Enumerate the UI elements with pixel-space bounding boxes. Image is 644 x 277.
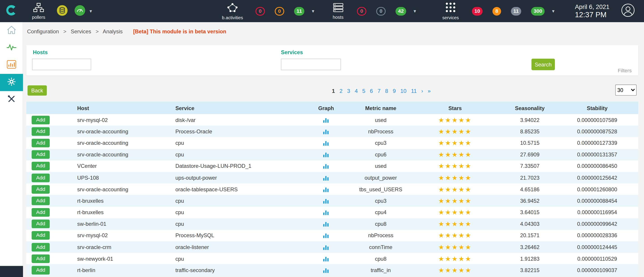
status-badge-red[interactable]: 0 <box>357 7 366 15</box>
header-host: Host <box>77 105 175 111</box>
hosts-icon <box>333 3 343 14</box>
topbar-pollers-item[interactable]: pollers <box>28 3 49 19</box>
ba-chevron-down-icon[interactable]: ▾ <box>312 9 314 14</box>
breadcrumb-services[interactable]: Services <box>71 28 91 35</box>
page-link-4[interactable]: 4 <box>355 88 358 94</box>
add-button[interactable]: Add <box>32 266 50 275</box>
breadcrumb-configuration[interactable]: Configuration <box>27 28 59 35</box>
graph-icon[interactable] <box>323 221 330 227</box>
centreon-logo-icon <box>5 4 18 18</box>
cell-host: srv-mysql-02 <box>77 233 175 239</box>
page-link-3[interactable]: 3 <box>347 88 350 94</box>
add-button[interactable]: Add <box>32 243 50 252</box>
add-button[interactable]: Add <box>32 185 50 194</box>
next-page-link[interactable]: › <box>421 88 423 94</box>
page-link-11[interactable]: 11 <box>411 88 417 94</box>
cell-seasonality: 3.26462 <box>504 244 556 250</box>
services-filter-input[interactable] <box>281 59 341 70</box>
page-link-2[interactable]: 2 <box>340 88 342 94</box>
sidebar-item-configuration[interactable] <box>0 74 23 91</box>
cell-seasonality: 10.5715 <box>504 140 556 146</box>
graph-icon[interactable] <box>323 233 330 239</box>
graph-icon[interactable] <box>323 151 330 158</box>
filters-toggle[interactable]: Filters <box>618 68 632 74</box>
sidebar-item-home[interactable] <box>0 22 23 39</box>
centreon-logo[interactable] <box>0 0 23 22</box>
add-button[interactable]: Add <box>32 150 50 159</box>
graph-icon[interactable] <box>323 128 330 135</box>
add-button[interactable]: Add <box>32 220 50 229</box>
status-badge-gray[interactable]: 0 <box>376 7 386 15</box>
add-button[interactable]: Add <box>32 115 50 124</box>
add-button[interactable]: Add <box>32 197 50 205</box>
topbar-services-item[interactable]: services <box>439 2 462 20</box>
status-badge-red[interactable]: 10 <box>472 7 483 15</box>
topbar-hosts-item[interactable]: hosts <box>329 3 347 19</box>
cell-service: cpu <box>175 198 297 204</box>
add-button[interactable]: Add <box>32 231 50 240</box>
status-badge-red[interactable]: 0 <box>256 7 265 15</box>
latency-gauge-icon[interactable] <box>74 5 86 17</box>
status-badge-green[interactable]: 300 <box>531 7 544 15</box>
add-button[interactable]: Add <box>32 162 50 171</box>
graph-icon[interactable] <box>323 186 330 192</box>
sidebar-item-reporting[interactable] <box>0 57 23 74</box>
table-row: Add srv-oracle-accounting cpu cpu3 ★★★★★… <box>26 137 638 149</box>
hosts-chevron-down-icon[interactable]: ▾ <box>414 9 416 14</box>
sidebar-footer[interactable] <box>0 266 23 277</box>
page-link-6[interactable]: 6 <box>370 88 373 94</box>
status-badge-orange[interactable]: 8 <box>492 7 501 15</box>
add-button[interactable]: Add <box>32 208 50 217</box>
stars-rating: ★★★★★ <box>407 174 504 182</box>
graph-icon[interactable] <box>323 140 330 146</box>
services-badges: 10811300 <box>462 7 545 15</box>
page-link-8[interactable]: 8 <box>385 88 388 94</box>
header-stability: Stability <box>556 105 638 111</box>
page-link-1[interactable]: 1 <box>332 88 335 94</box>
graph-icon[interactable] <box>323 267 330 274</box>
page-link-9[interactable]: 9 <box>393 88 396 94</box>
add-button[interactable]: Add <box>32 255 50 263</box>
graph-icon[interactable] <box>323 209 330 216</box>
table-row: Add srv-oracle-crm oracle-listener connT… <box>26 242 638 253</box>
page-link-5[interactable]: 5 <box>362 88 366 94</box>
add-button[interactable]: Add <box>32 139 50 147</box>
topbar-ba-item[interactable]: b.activities <box>220 2 246 20</box>
status-badge-gray[interactable]: 11 <box>511 7 521 15</box>
page-link-10[interactable]: 10 <box>400 88 407 94</box>
datetime: April 6, 2021 12:37 PM <box>575 3 610 19</box>
services-label: services <box>442 16 459 20</box>
date-text: April 6, 2021 <box>575 3 610 11</box>
last-page-link[interactable]: » <box>428 88 431 94</box>
graph-icon[interactable] <box>323 175 330 181</box>
search-button[interactable]: Search <box>531 59 555 70</box>
cell-host: srv-mysql-02 <box>77 117 175 123</box>
back-button[interactable]: Back <box>28 85 47 96</box>
page-link-7[interactable]: 7 <box>378 88 381 94</box>
graph-icon[interactable] <box>323 198 330 204</box>
services-chevron-down-icon[interactable]: ▾ <box>552 9 554 14</box>
graph-icon[interactable] <box>323 256 330 262</box>
hosts-filter-input[interactable] <box>32 59 91 70</box>
status-badge-orange[interactable]: 0 <box>275 7 284 15</box>
breadcrumb-separator: > <box>63 28 66 35</box>
status-badge-green[interactable]: 11 <box>294 7 304 15</box>
cell-metric: used <box>355 163 407 169</box>
cell-metric: nbProcess <box>355 233 407 239</box>
pollers-chevron-down-icon[interactable]: ▾ <box>90 9 92 14</box>
sidebar-item-monitoring[interactable] <box>0 39 23 57</box>
add-button[interactable]: Add <box>32 173 50 182</box>
cell-metric: cpu4 <box>355 209 407 216</box>
services-icon <box>445 2 456 14</box>
graph-icon[interactable] <box>323 163 330 169</box>
breadcrumb-analysis[interactable]: Analysis <box>103 28 123 35</box>
graph-icon[interactable] <box>323 117 330 123</box>
database-status-icon[interactable] <box>57 5 68 17</box>
user-menu-button[interactable] <box>621 3 635 19</box>
graph-icon[interactable] <box>323 244 330 250</box>
status-badge-green[interactable]: 42 <box>396 7 406 15</box>
sidebar-item-administration[interactable] <box>0 91 23 108</box>
cell-service: Datastore-Usage-LUN-PROD_1 <box>175 163 297 169</box>
add-button[interactable]: Add <box>32 127 50 136</box>
page-size-select[interactable]: 30 <box>615 85 636 96</box>
